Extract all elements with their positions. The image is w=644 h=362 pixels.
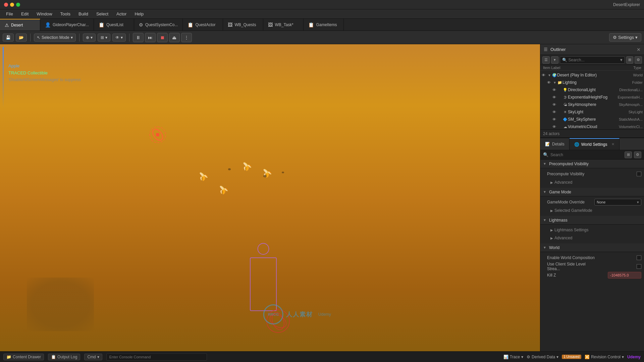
tree-row-desert[interactable]: 👁 ▼ 🌍 Desert (Play In Editor) World (540, 71, 644, 79)
content-drawer-button[interactable]: 📁 Content Drawer (3, 354, 44, 360)
eye-icon-skysphere[interactable]: 👁 (552, 117, 558, 121)
more-button[interactable]: ⋮ (181, 33, 192, 42)
client-side-level-checkbox[interactable] (637, 264, 641, 269)
outliner-search-box: 🔍 ▾ (560, 56, 625, 64)
menu-actor[interactable]: Actor (113, 11, 130, 17)
output-log-button[interactable]: 📋 Output Log (48, 354, 80, 360)
details-options-btn[interactable]: ⚙ (634, 152, 641, 158)
section-game-mode[interactable]: ▼ Game Mode (540, 188, 644, 196)
menu-build[interactable]: Build (75, 11, 92, 17)
outliner-close-button[interactable]: ✕ (637, 47, 641, 52)
world-settings-close-button[interactable]: ✕ (611, 142, 614, 146)
derived-data-status[interactable]: ⚙ Derived Data ▾ (527, 355, 558, 359)
menu-tools[interactable]: Tools (57, 11, 74, 17)
selected-gamemode-row[interactable]: ▶ Selected GameMode (540, 206, 644, 215)
gamemode-override-label: GameMode Override (547, 200, 594, 204)
minimize-button[interactable] (10, 3, 14, 7)
view-button[interactable]: 👁 ▾ (112, 34, 126, 42)
output-log-icon: 📋 (51, 355, 56, 359)
tree-name-volcloud: VolumetricCloud (568, 124, 612, 129)
precompute-visibility-checkbox[interactable] (637, 172, 641, 176)
lightmass-settings-row[interactable]: ▶ Lightmass Settings (540, 226, 644, 234)
tab-wb-task[interactable]: 🖼 WB_Task* (263, 19, 304, 31)
save-button[interactable]: 💾 (3, 34, 14, 42)
tab-desert[interactable]: ⚠ Desert (0, 19, 40, 31)
section-world[interactable]: ▼ World (540, 243, 644, 252)
menu-window[interactable]: Window (33, 11, 55, 17)
eye-icon-lighting[interactable]: 👁 (547, 80, 552, 84)
menu-edit[interactable]: Edit (18, 11, 32, 17)
light-icon: 💡 (562, 88, 568, 92)
details-tab-details[interactable]: 📝 Details (540, 138, 570, 150)
unsaved-status[interactable]: 1 Unsaved (562, 355, 581, 359)
outliner-search-input[interactable] (569, 58, 619, 62)
tab-wb-quests[interactable]: 🖼 WB_Quests (223, 19, 263, 31)
gamemode-override-dropdown[interactable]: None ▾ (594, 199, 641, 205)
derived-data-icon: ⚙ (527, 355, 530, 359)
outliner-settings-button[interactable]: ⚙ (635, 56, 642, 64)
revision-control-chevron: ▾ (622, 355, 624, 359)
outliner-filter-button[interactable]: ☰ (542, 56, 550, 64)
tree-row-directionallight[interactable]: 👁 · 💡 DirectionalLight DirectionalLi... (540, 86, 644, 94)
console-input[interactable] (106, 353, 207, 361)
maximize-button[interactable] (16, 3, 20, 7)
pause-button[interactable]: ⏸ (133, 33, 144, 42)
advanced-precomputed-row[interactable]: ▶ Advanced (540, 178, 644, 186)
tree-row-lighting[interactable]: 👁 ▼ 📁 Lighting Folder (540, 79, 644, 86)
section-lightmass[interactable]: ▼ Lightmass (540, 216, 644, 225)
tree-row-skysphere[interactable]: 👁 · 🔷 SM_SkySphere StaticMeshA... (540, 116, 644, 123)
tab-gideon[interactable]: 👤 GideonPlayerChar... (40, 19, 94, 31)
open-button[interactable]: 📂 (16, 34, 27, 42)
lightmass-advanced-row[interactable]: ▶ Advanced (540, 234, 644, 242)
tree-row-skyatm[interactable]: 👁 · 🌤 SkyAtmosphere SkyAtmosph... (540, 101, 644, 108)
eye-icon-fog[interactable]: 👁 (552, 95, 558, 99)
outliner-add-button[interactable]: ⊞ (626, 56, 634, 64)
details-tab-world-settings[interactable]: 🌐 World Settings ✕ (570, 138, 620, 150)
trace-status[interactable]: 📊 Trace ▾ (503, 355, 523, 359)
section-precomputed-visibility[interactable]: ▼ Precomputed Visibility (540, 160, 644, 168)
menu-file[interactable]: File (3, 11, 16, 17)
eye-icon-directionallight[interactable]: 👁 (552, 88, 558, 92)
tab-gameitems[interactable]: 📋 GameItems (304, 19, 344, 31)
tab-questsystem[interactable]: ⚙ QuestSystemCo... (134, 19, 183, 31)
search-icon: 🔍 (562, 58, 567, 62)
menu-select[interactable]: Select (93, 11, 112, 17)
outliner-sort-button[interactable]: ▾ (551, 56, 558, 64)
step-button[interactable]: ⏭ (145, 33, 156, 42)
gamemode-override-chevron: ▾ (637, 200, 639, 204)
menu-help[interactable]: Help (131, 11, 147, 17)
tree-name-skylight: SkyLight (568, 110, 612, 114)
expand-desert[interactable]: ▼ (547, 73, 552, 77)
prop-gamemode-override: GameMode Override None ▾ (540, 198, 644, 206)
snap-button[interactable]: ⊞ ▾ (98, 34, 110, 42)
revision-control-status[interactable]: 🔀 Revision Control ▾ (585, 355, 624, 359)
details-search-input[interactable] (550, 153, 623, 157)
expand-lighting[interactable]: ▼ (552, 81, 557, 84)
tree-row-volcloud[interactable]: 👁 · ☁ VolumetricCloud VolumetricCl... (540, 123, 644, 129)
details-view-toggle[interactable]: ⊞ (625, 152, 632, 158)
tab-questlist[interactable]: 📋 QuestList (94, 19, 134, 31)
tree-row-skylight[interactable]: 👁 · ☀ SkyLight SkyLight (540, 108, 644, 116)
eject-button[interactable]: ⏏ (169, 33, 180, 42)
tree-name-desert: Desert (Play In Editor) (557, 73, 612, 77)
enable-world-composition-checkbox[interactable] (637, 255, 641, 260)
close-button[interactable] (4, 3, 8, 7)
eye-icon-desert[interactable]: 👁 (542, 73, 547, 77)
desert-tab-icon: ⚠ (5, 22, 9, 28)
settings-chevron: ▾ (635, 35, 638, 40)
stop-button[interactable]: ⏹ (157, 33, 168, 42)
tab-questactor[interactable]: 📋 QuestActor (183, 19, 223, 31)
selection-mode-button[interactable]: ↖ Selection Mode ▾ (34, 34, 76, 42)
tree-row-fog[interactable]: 👁 · 🌫 ExponentialHeightFog ExponentialH.… (540, 94, 644, 101)
kill-z-input[interactable]: -1048575.0 (608, 272, 641, 279)
cmd-button[interactable]: Cmd ▾ (84, 354, 102, 360)
game-mode-arrow: ▼ (543, 190, 547, 194)
settings-button[interactable]: ⚙ Settings ▾ (609, 33, 641, 42)
eye-icon-volcloud[interactable]: 👁 (552, 125, 558, 129)
world-content: Enable World Composition Use Client Side… (540, 252, 644, 281)
eye-icon-skylight[interactable]: 👁 (552, 110, 558, 114)
transform-button[interactable]: ⊕ ▾ (83, 34, 96, 42)
enable-world-composition-label: Enable World Composition (547, 255, 598, 260)
viewport[interactable]: Apple TRACED Collectible 'DisableAllScre… (0, 44, 540, 351)
eye-icon-skyatm[interactable]: 👁 (552, 103, 558, 107)
